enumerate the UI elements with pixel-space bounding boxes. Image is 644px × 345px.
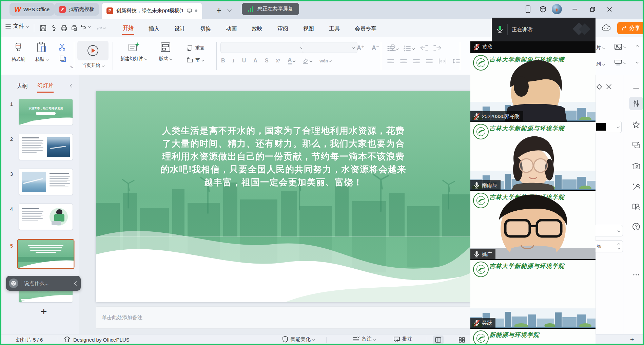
bold-button[interactable]: B (221, 58, 225, 64)
new-tab-button[interactable]: + (216, 5, 221, 16)
menu-view[interactable]: 视图 (303, 23, 315, 35)
print-preview-button[interactable] (69, 23, 79, 33)
help-button[interactable] (628, 220, 644, 233)
pane-minimize-icon[interactable] (628, 81, 644, 95)
mobile-sync-button[interactable] (522, 3, 534, 15)
normal-view-button[interactable] (433, 336, 444, 344)
reset-button[interactable]: 重置 (187, 45, 204, 52)
slide-thumbnail-2[interactable] (19, 134, 73, 160)
transparency-spinner[interactable]: % (594, 240, 623, 252)
save-button[interactable] (38, 23, 48, 33)
format-painter-button[interactable]: 格式刷 (12, 42, 25, 62)
shape-style-button[interactable] (614, 60, 626, 66)
layout-button[interactable]: 版式 (155, 41, 176, 62)
slide-thumbnail-1[interactable]: 水润青春，助力可持续发展 (19, 99, 73, 125)
menu-design[interactable]: 设计 (174, 23, 186, 35)
menu-member[interactable]: 会员专享 (354, 23, 377, 35)
picture-button-fragment[interactable]: 片 (596, 45, 605, 51)
slide-body-text[interactable]: 人类生活是离不开水的，国家为了合理地利用水资源，花费 了大量的时间、精力、还有财… (96, 124, 471, 189)
arrange-button-fragment[interactable]: 列 (596, 61, 605, 67)
more-tools-icon[interactable] (628, 268, 644, 282)
phonetic-guide-button[interactable]: wén (319, 58, 331, 63)
redo-button[interactable] (94, 23, 104, 33)
menu-slideshow[interactable]: 放映 (251, 23, 263, 35)
copy-button[interactable] (59, 55, 66, 64)
object-properties-button[interactable] (629, 97, 643, 110)
font-color-button[interactable]: A (288, 57, 295, 64)
minimize-button[interactable] (569, 3, 581, 15)
cloud-sync-button[interactable] (601, 23, 611, 33)
increase-font-button[interactable]: A⁺ (357, 44, 365, 52)
selection-pane-button[interactable] (628, 138, 644, 152)
decrease-font-button[interactable]: A⁻ (372, 44, 379, 52)
3d-resource-button[interactable] (537, 3, 549, 15)
superscript-button[interactable]: X² (276, 58, 280, 63)
document-tab[interactable]: P 创新科技，绿色未来ppt模板(1 (102, 3, 202, 19)
participant-video-tile-partial[interactable]: 新能源与环境学院 (470, 328, 596, 345)
add-slide-button[interactable]: + (35, 305, 52, 318)
menu-transition[interactable]: 切换 (199, 23, 212, 35)
increase-indent-button[interactable] (433, 45, 442, 52)
numbered-list-button[interactable] (404, 45, 414, 52)
underline-button[interactable]: U (242, 58, 246, 64)
emoji-icon[interactable] (9, 279, 18, 288)
home-tab[interactable]: W WPS Office (9, 3, 54, 16)
zoom-in-button[interactable]: + (630, 336, 634, 344)
cut-button[interactable] (58, 43, 66, 52)
play-from-current-label[interactable]: 当页开始 (77, 62, 109, 69)
participant-video-tile[interactable]: 吉林大学新能源与环境学院 姚广 (470, 190, 596, 259)
line-style-dropdown[interactable] (594, 225, 623, 236)
paste-button[interactable]: 粘贴 (35, 41, 48, 62)
notes-toggle-button[interactable]: 备注 (353, 336, 376, 342)
smart-beautify-button[interactable]: 智能美化 (282, 336, 315, 343)
menu-insert[interactable]: 插入 (148, 23, 160, 35)
comment-button[interactable]: 批注 (393, 336, 412, 342)
collapse-comment-chevron-icon[interactable] (74, 281, 79, 286)
find-resources-button[interactable] (628, 200, 644, 214)
highlight-color-button[interactable] (303, 58, 312, 64)
collapse-panel-chevron-icon[interactable] (70, 83, 74, 88)
slide-canvas[interactable]: 人类生活是离不开水的，国家为了合理地利用水资源，花费 了大量的时间、精力、还有财… (96, 91, 471, 302)
effects-star-button[interactable] (628, 118, 644, 132)
slide-sorter-view-button[interactable] (456, 336, 467, 344)
file-menu[interactable]: 文件 (5, 23, 28, 30)
participant-video-tile[interactable]: 吉林大学新能源与环境学院 25220330郭柏明 (470, 53, 596, 121)
participant-row[interactable]: 黄欣 (470, 41, 596, 53)
pane-pin-icon[interactable] (596, 83, 603, 92)
align-left-button[interactable] (387, 58, 394, 65)
shadow-button[interactable]: S (265, 58, 269, 64)
pane-close-icon[interactable] (606, 84, 612, 91)
tab-slides[interactable]: 幻灯片 (37, 82, 54, 93)
menu-tools[interactable]: 工具 (328, 23, 340, 35)
menu-review[interactable]: 审阅 (277, 23, 289, 35)
print-button[interactable] (59, 23, 69, 33)
font-name-select[interactable] (220, 42, 306, 53)
slide-thumbnail-5-selected[interactable] (18, 240, 74, 268)
participant-video-tile[interactable]: 吉林大学新能源与环境学院 吴跃 (470, 259, 596, 328)
notes-input[interactable]: 单击此处添加备注 (96, 306, 483, 329)
strikethrough-button[interactable]: A (253, 58, 257, 64)
template-credit[interactable]: Designed by OfficePLUS (64, 336, 130, 343)
section-button[interactable]: 节 (187, 57, 204, 63)
new-slide-button[interactable]: 新建幻灯片 (118, 41, 149, 62)
font-size-select[interactable] (302, 42, 357, 53)
dialog-launcher-icon[interactable]: ⇘ (70, 64, 73, 69)
align-center-button[interactable] (400, 58, 407, 65)
template-store-tab[interactable]: 找稻壳模板 (54, 3, 99, 16)
align-right-button[interactable] (413, 58, 420, 65)
comment-input[interactable]: 说点什么... (24, 280, 69, 287)
line-spacing-button[interactable] (452, 58, 460, 65)
menu-home[interactable]: 开始 (122, 23, 134, 35)
close-button[interactable] (604, 3, 615, 15)
play-from-current-button[interactable] (77, 41, 109, 60)
picture-format-button[interactable] (614, 43, 626, 50)
menu-animation[interactable]: 动画 (225, 23, 237, 35)
restore-button[interactable] (587, 3, 598, 15)
undo-button[interactable] (80, 23, 91, 30)
share-button[interactable]: 分享 (617, 22, 644, 34)
fill-color-dropdown[interactable] (594, 121, 622, 133)
distribute-button[interactable] (439, 58, 446, 65)
italic-button[interactable]: I (233, 58, 235, 64)
eco-template-button[interactable] (628, 159, 644, 173)
magic-beautify-button[interactable] (628, 180, 644, 193)
